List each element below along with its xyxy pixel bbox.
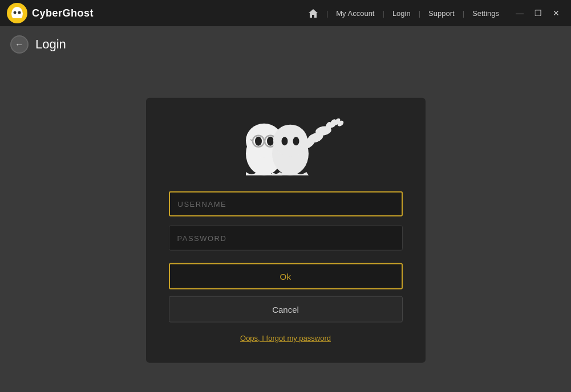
page-title: Login xyxy=(35,37,66,52)
back-button[interactable]: ← xyxy=(10,35,29,54)
svg-point-2 xyxy=(14,11,17,14)
ghost-illustration xyxy=(223,115,349,178)
svg-point-17 xyxy=(293,137,299,145)
back-arrow-icon: ← xyxy=(15,39,24,50)
logo-text: CyberGhost xyxy=(32,7,94,19)
forgot-password-link[interactable]: Oops, I forgot my password xyxy=(240,334,331,342)
logo-icon xyxy=(7,3,27,23)
nav-home-button[interactable] xyxy=(302,6,324,21)
nav-area: | My Account | Login | Support | Setting… xyxy=(302,6,505,21)
svg-point-16 xyxy=(281,137,287,145)
nav-separator-2: | xyxy=(382,9,384,18)
nav-settings[interactable]: Settings xyxy=(467,7,505,20)
ok-button[interactable]: Ok xyxy=(169,263,403,289)
minimize-button[interactable]: — xyxy=(512,5,528,21)
cancel-button[interactable]: Cancel xyxy=(169,296,403,322)
window-controls: — ❐ ✕ xyxy=(512,5,564,21)
svg-point-3 xyxy=(18,11,21,14)
maximize-button[interactable]: ❐ xyxy=(530,5,546,21)
svg-rect-4 xyxy=(11,18,23,21)
username-input[interactable] xyxy=(169,191,403,217)
logo-area: CyberGhost xyxy=(7,3,94,23)
close-button[interactable]: ✕ xyxy=(548,5,564,21)
nav-separator-1: | xyxy=(326,9,328,18)
nav-support[interactable]: Support xyxy=(423,7,460,20)
titlebar: CyberGhost | My Account | Login | Suppor… xyxy=(0,0,571,26)
password-input[interactable] xyxy=(169,226,403,251)
content-area: ← Login xyxy=(0,26,571,392)
svg-point-15 xyxy=(273,125,307,157)
nav-separator-4: | xyxy=(463,9,464,18)
svg-point-7 xyxy=(255,137,262,146)
page-header: ← Login xyxy=(0,26,571,63)
login-card: Ok Cancel Oops, I forgot my password xyxy=(146,98,426,363)
svg-point-8 xyxy=(267,137,274,146)
nav-login[interactable]: Login xyxy=(387,7,416,20)
nav-separator-3: | xyxy=(419,9,420,18)
nav-my-account[interactable]: My Account xyxy=(330,7,380,20)
